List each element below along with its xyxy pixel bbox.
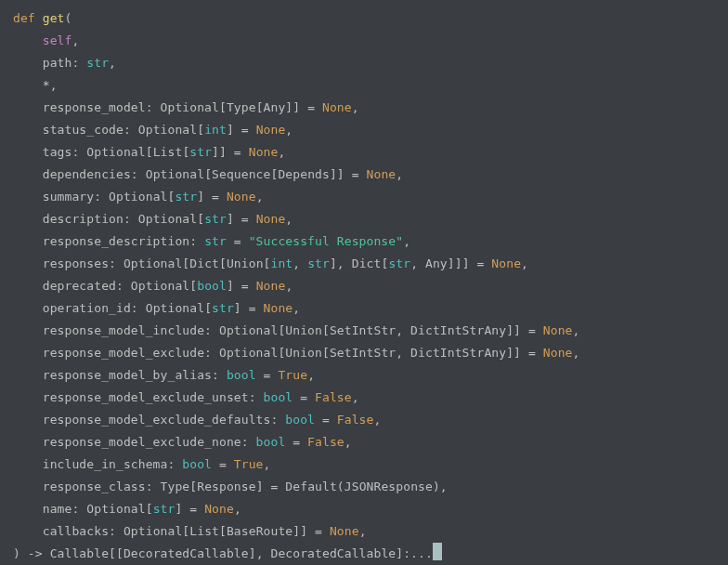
param-description: description [43, 212, 124, 226]
param-response-description: response_description [43, 234, 190, 248]
type-int: int [204, 123, 227, 137]
param-response-class: response_class [43, 480, 146, 493]
param-callbacks: callbacks [43, 524, 109, 538]
star: * [43, 78, 50, 92]
type-callable: Callable [50, 546, 109, 560]
type-default: Default [285, 480, 337, 493]
type-setintstr: SetIntStr [330, 323, 396, 337]
param-include-in-schema: include_in_schema [43, 457, 168, 471]
param-response-model-include: response_model_include [43, 323, 204, 337]
ellipsis: ... [410, 546, 433, 560]
type-str: str [86, 56, 109, 70]
comma: , [109, 56, 116, 70]
type-list: List [153, 145, 183, 159]
keyword-def: def [13, 11, 35, 25]
type-union: Union [227, 256, 264, 270]
param-response-model: response_model [43, 100, 146, 114]
type-optional: Optional [161, 100, 219, 114]
type-baseroute: BaseRoute [227, 524, 292, 538]
param-response-model-exclude: response_model_exclude [43, 346, 204, 360]
arrow: -> [28, 546, 43, 560]
param-summary: summary [43, 190, 95, 204]
param-status-code: status_code [43, 123, 124, 137]
param-deprecated: deprecated [43, 279, 116, 293]
string-literal: "Successful Response" [249, 234, 403, 248]
param-tags: tags [43, 145, 72, 159]
param-response-model-exclude-none: response_model_exclude_none [43, 435, 241, 449]
type-decoratedcallable: DecoratedCallable [124, 546, 249, 560]
const-false: False [315, 390, 352, 404]
const-true: True [278, 368, 307, 382]
param-response-model-exclude-unset: response_model_exclude_unset [43, 390, 249, 404]
param-self: self [43, 33, 72, 47]
colon: : [72, 56, 86, 70]
colon: : [146, 100, 161, 114]
comma: , [72, 33, 79, 47]
type-jsonresponse: JSONResponse [344, 480, 433, 493]
type-bool: bool [197, 279, 227, 293]
param-response-model-by-alias: response_model_by_alias [43, 368, 212, 382]
param-operation-id: operation_id [43, 301, 131, 315]
paren-close: ) [13, 546, 28, 560]
type-dict: Dict [189, 256, 219, 270]
type-sequence: Sequence [212, 167, 270, 181]
param-path: path [43, 56, 72, 70]
type-dictintstrany: DictIntStrAny [410, 323, 506, 337]
param-responses: responses [43, 256, 109, 270]
code-editor[interactable]: def get( self, path: str, *, response_mo… [0, 0, 728, 565]
paren-open: ( [65, 11, 72, 25]
function-name: get [43, 11, 65, 25]
param-name: name [43, 502, 72, 516]
type-response: Response [197, 480, 255, 493]
type-depends: Depends [278, 167, 330, 181]
type-type: Type [227, 100, 256, 114]
type-any: Any [264, 100, 286, 114]
param-dependencies: dependencies [43, 167, 131, 181]
comma: , [50, 78, 58, 92]
cursor-icon [433, 543, 442, 560]
const-none: None [322, 100, 352, 114]
param-response-model-exclude-defaults: response_model_exclude_defaults [43, 413, 271, 427]
